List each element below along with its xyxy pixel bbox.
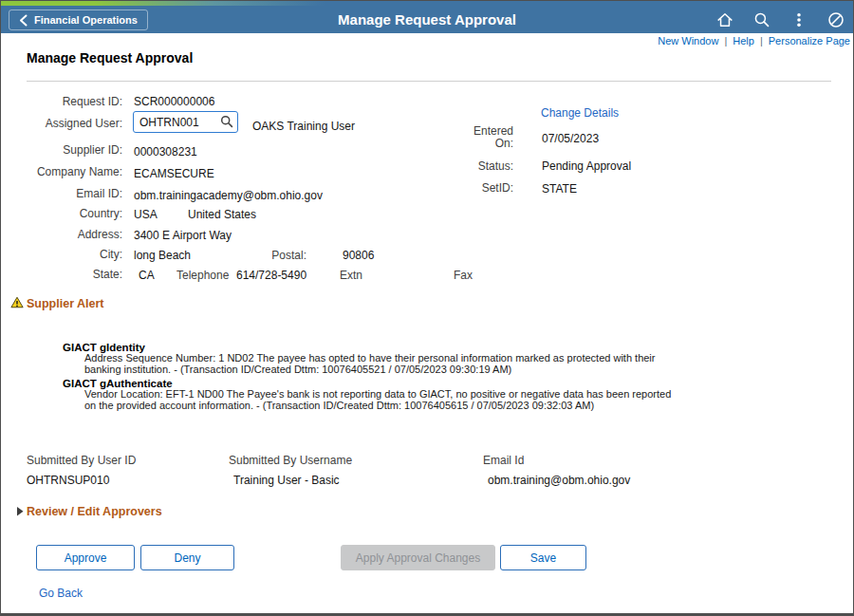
extn-label: Extn	[340, 269, 362, 282]
back-button-financial-operations[interactable]: Financial Operations	[9, 9, 148, 30]
state-value: CA	[139, 269, 155, 282]
telephone-label: Telephone	[176, 269, 229, 282]
expand-collapsed-icon[interactable]	[17, 507, 24, 516]
save-button[interactable]: Save	[500, 545, 586, 570]
supplier-id-label: Supplier ID:	[6, 143, 122, 157]
submitted-email-id-header: Email Id	[483, 454, 524, 467]
header-bar: Financial Operations Manage Request Appr…	[1, 6, 853, 33]
header-icon-group	[716, 6, 845, 33]
country-name-value: United States	[188, 208, 256, 221]
address-label: Address:	[6, 228, 122, 241]
link-separator: |	[760, 35, 763, 47]
title-divider	[27, 81, 831, 82]
link-separator: |	[724, 35, 727, 47]
email-id-value: obm.trainingacademy@obm.ohio.gov	[134, 189, 323, 202]
assigned-user-lookup-icon[interactable]	[220, 115, 233, 128]
assigned-user-lookup	[133, 111, 238, 133]
back-button-label: Financial Operations	[34, 14, 138, 26]
assigned-user-label: Assigned User:	[6, 117, 122, 130]
giact-gauthenticate-text: Vendor Location: EFT-1 ND00 The Payee's …	[84, 389, 675, 411]
setid-label: SetID:	[428, 181, 513, 195]
address-value: 3400 E Airport Way	[134, 229, 232, 242]
sign-out-icon[interactable]	[827, 11, 845, 28]
status-label: Status:	[428, 159, 513, 173]
submitted-by-username-value: Training User - Basic	[233, 474, 340, 487]
help-link[interactable]: Help	[733, 35, 754, 47]
email-id-label: Email ID:	[6, 187, 122, 200]
entered-on-label: Entered On:	[458, 125, 513, 150]
company-name-value: ECAMSECURE	[134, 167, 214, 180]
postal-label: Postal:	[257, 249, 306, 262]
request-id-value: SCR000000006	[134, 95, 214, 108]
actions-menu-kebab-icon[interactable]	[790, 11, 808, 28]
company-name-label: Company Name:	[6, 165, 122, 178]
search-icon[interactable]	[753, 11, 770, 28]
submitted-by-username-header: Submitted By Username	[229, 454, 352, 467]
country-label: Country:	[6, 207, 122, 220]
utility-link-bar: New Window | Help | Personalize Page	[1, 33, 853, 48]
submitted-by-user-id-value: OHTRNSUP010	[27, 474, 109, 487]
new-window-link[interactable]: New Window	[658, 35, 718, 47]
state-label: State:	[6, 268, 122, 281]
personalize-page-link[interactable]: Personalize Page	[769, 35, 850, 47]
setid-value: STATE	[542, 182, 577, 196]
review-edit-approvers-title[interactable]: Review / Edit Approvers	[27, 505, 162, 518]
change-details-link[interactable]: Change Details	[541, 106, 619, 120]
submitted-email-id-value: obm.training@obm.ohio.gov	[488, 474, 630, 487]
request-id-label: Request ID:	[6, 95, 122, 108]
page-title: Manage Request Approval	[27, 51, 193, 65]
warning-triangle-icon	[10, 296, 24, 308]
go-back-link[interactable]: Go Back	[39, 587, 83, 600]
telephone-value: 614/728-5490	[236, 269, 306, 282]
postal-value: 90806	[343, 249, 374, 262]
city-value: long Beach	[134, 249, 191, 262]
city-label: City:	[6, 248, 122, 261]
supplier-alert-title: Supplier Alert	[27, 297, 104, 310]
apply-approval-changes-button: Apply Approval Changes	[341, 545, 495, 570]
status-value: Pending Approval	[542, 159, 631, 173]
entered-on-value: 07/05/2023	[542, 132, 599, 145]
fax-label: Fax	[454, 269, 473, 282]
giact-gidentity-text: Address Sequence Number: 1 ND02 The paye…	[84, 353, 659, 375]
country-code-value: USA	[134, 208, 158, 221]
supplier-id-value: 0000308231	[134, 145, 197, 159]
home-icon[interactable]	[716, 11, 733, 28]
assigned-user-description: OAKS Training User	[252, 120, 355, 133]
deny-button[interactable]: Deny	[140, 545, 234, 570]
approve-button[interactable]: Approve	[36, 545, 135, 570]
back-chevron-icon	[19, 14, 28, 27]
manage-request-approval-page: Financial Operations Manage Request Appr…	[0, 0, 854, 616]
submitted-by-user-id-header: Submitted By User ID	[27, 454, 136, 467]
